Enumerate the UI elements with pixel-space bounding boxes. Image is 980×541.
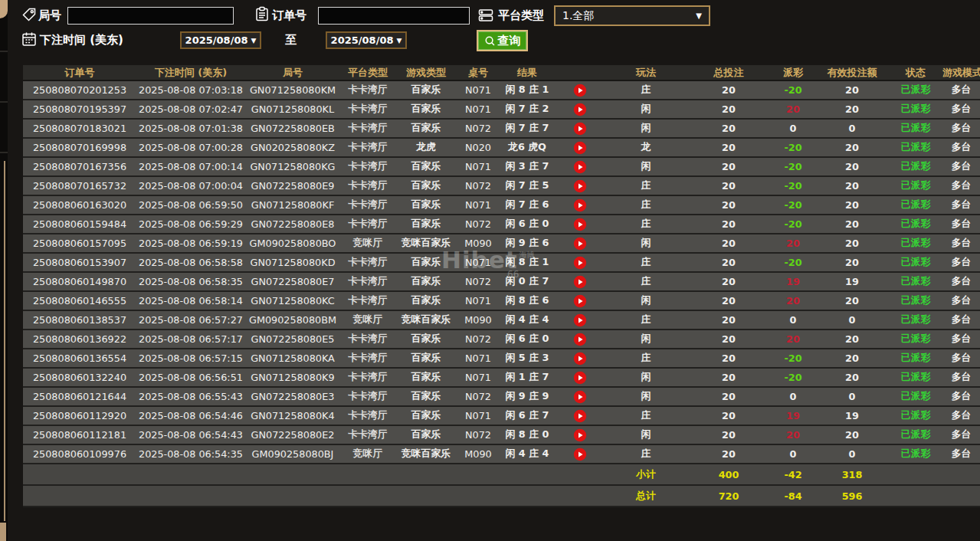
chevron-down-icon: ▼ xyxy=(396,37,402,44)
cell-platform: 卡卡湾厅 xyxy=(340,119,395,138)
table-row: 250808070201253 2025-08-08 07:03:18 GN07… xyxy=(23,80,980,100)
cell-payout: -20 xyxy=(771,80,815,100)
cell-game-type: 百家乐 xyxy=(395,272,457,291)
play-icon xyxy=(573,84,587,97)
subtotal-row: 小计 400 -42 318 xyxy=(23,464,980,485)
play-video-button[interactable] xyxy=(573,84,587,97)
search-icon xyxy=(484,35,496,47)
cell-table-no: N071 xyxy=(457,195,500,215)
left-edge-decoration xyxy=(0,0,8,541)
cell-valid-bet: 0 xyxy=(815,310,889,330)
cell-valid-bet: 20 xyxy=(815,425,889,444)
cell-result: 闲 9 庄 9 xyxy=(500,387,555,406)
cell-replay xyxy=(555,349,605,368)
cell-play: 庄 xyxy=(605,406,687,425)
cell-result: 闲 5 庄 3 xyxy=(500,349,555,368)
play-video-button[interactable] xyxy=(573,352,587,366)
cell-table-no: N072 xyxy=(457,330,500,349)
table-row: 250808060132240 2025-08-08 06:56:51 GN07… xyxy=(23,368,980,387)
play-video-button[interactable] xyxy=(573,141,587,155)
play-video-button[interactable] xyxy=(573,390,587,404)
cell-round-id: GM090258080BO xyxy=(245,234,340,253)
cell-game-mode: 多台 xyxy=(942,100,980,119)
cell-valid-bet: 19 xyxy=(815,272,889,291)
play-icon xyxy=(573,275,587,289)
cell-order-id: 250808060163020 xyxy=(23,195,136,215)
cell-round-id: GN072258080E9 xyxy=(245,176,340,195)
cell-bet-time: 2025-08-08 07:01:38 xyxy=(136,119,245,138)
cell-replay xyxy=(555,368,605,387)
cell-game-mode: 多台 xyxy=(942,272,980,291)
play-video-button[interactable] xyxy=(573,103,587,116)
cell-table-no: N072 xyxy=(457,425,500,444)
cell-order-id: 250808070183021 xyxy=(23,119,136,138)
play-video-button[interactable] xyxy=(573,294,587,308)
play-icon xyxy=(573,198,587,212)
play-video-button[interactable] xyxy=(573,448,587,461)
cell-play: 庄 xyxy=(605,253,687,272)
table-row: 250808060109976 2025-08-08 06:54:35 GM09… xyxy=(23,444,980,464)
table-row: 250808060153907 2025-08-08 06:58:58 GN07… xyxy=(23,253,980,272)
play-video-button[interactable] xyxy=(573,256,587,270)
play-icon xyxy=(573,179,587,193)
cell-status: 已派彩 xyxy=(889,195,942,215)
cell-total-bet: 20 xyxy=(687,368,771,387)
cell-table-no: M090 xyxy=(457,444,500,464)
cell-order-id: 250808070169998 xyxy=(23,138,136,157)
play-icon xyxy=(573,333,587,346)
query-button[interactable]: 查询 xyxy=(477,30,528,51)
cell-valid-bet: 20 xyxy=(815,195,889,215)
cell-round-id: GN071258080K4 xyxy=(245,406,340,425)
cell-table-no: N071 xyxy=(457,157,500,176)
cell-replay xyxy=(555,119,605,138)
play-video-button[interactable] xyxy=(573,333,587,346)
cell-play: 闲 xyxy=(605,157,687,176)
play-icon xyxy=(573,390,587,404)
cell-bet-time: 2025-08-08 07:02:47 xyxy=(136,100,245,119)
cell-total-bet: 20 xyxy=(687,119,771,138)
cell-round-id: GN071258080KD xyxy=(245,253,340,272)
play-video-button[interactable] xyxy=(573,237,587,251)
cell-status: 已派彩 xyxy=(889,425,942,444)
col-order-id: 订单号 xyxy=(23,65,136,80)
cell-game-type: 百家乐 xyxy=(395,406,457,425)
play-icon xyxy=(573,237,587,251)
play-icon xyxy=(573,160,587,174)
play-video-button[interactable] xyxy=(573,428,587,442)
play-video-button[interactable] xyxy=(573,409,587,423)
cell-replay xyxy=(555,330,605,349)
cell-result: 闲 6 庄 0 xyxy=(500,330,555,349)
table-row: 250808060149870 2025-08-08 06:58:35 GN07… xyxy=(23,272,980,291)
cell-result: 闲 7 庄 7 xyxy=(500,119,555,138)
grand-total-label: 总计 xyxy=(605,485,687,507)
cell-replay xyxy=(555,100,605,119)
cell-platform: 卡卡湾厅 xyxy=(340,215,395,234)
cell-status: 已派彩 xyxy=(889,444,942,464)
date-from-picker[interactable]: 2025/08/08▼ xyxy=(180,31,261,49)
cell-total-bet: 20 xyxy=(687,80,771,100)
cell-table-no: N071 xyxy=(457,253,500,272)
order-id-input[interactable] xyxy=(318,7,470,25)
cell-total-bet: 20 xyxy=(687,387,771,406)
play-video-button[interactable] xyxy=(573,122,587,136)
cell-game-mode: 多台 xyxy=(942,368,980,387)
play-video-button[interactable] xyxy=(573,275,587,289)
play-video-button[interactable] xyxy=(573,198,587,212)
cell-round-id: GM090258080BJ xyxy=(245,444,340,464)
cell-game-type: 百家乐 xyxy=(395,100,457,119)
cell-payout: 0 xyxy=(771,119,815,138)
table-row: 250808060121644 2025-08-08 06:55:43 GN07… xyxy=(23,387,980,406)
cell-game-type: 百家乐 xyxy=(395,291,457,310)
date-to-picker[interactable]: 2025/08/08▼ xyxy=(326,31,407,49)
play-video-button[interactable] xyxy=(573,179,587,193)
play-video-button[interactable] xyxy=(573,371,587,385)
cell-valid-bet: 20 xyxy=(815,176,889,195)
platform-type-select[interactable]: 1.全部 ▼ xyxy=(554,5,710,26)
cell-bet-time: 2025-08-08 07:03:18 xyxy=(136,80,245,100)
table-row: 250808060157095 2025-08-08 06:59:19 GM09… xyxy=(23,234,980,253)
play-video-button[interactable] xyxy=(573,313,587,327)
round-id-input[interactable] xyxy=(67,7,234,25)
play-video-button[interactable] xyxy=(573,160,587,174)
cell-game-type: 百家乐 xyxy=(395,176,457,195)
play-video-button[interactable] xyxy=(573,218,587,231)
